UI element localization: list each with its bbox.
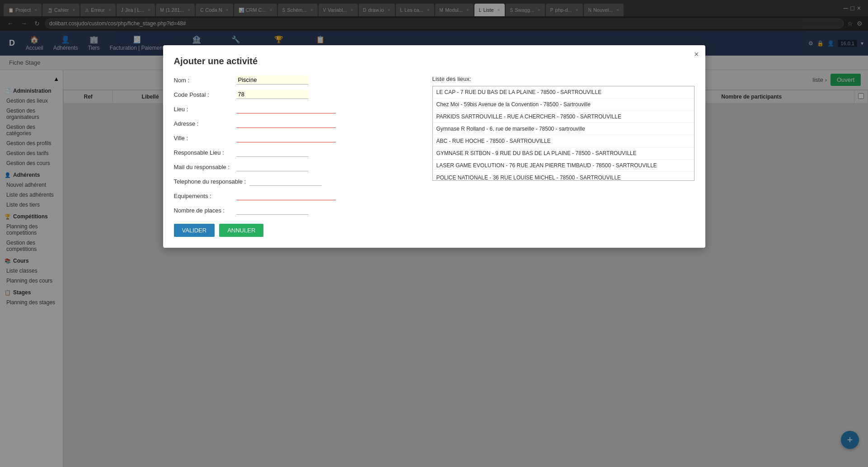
location-item-0[interactable]: LE CAP - 7 RUE DU BAS DE LA PLAINE - 785… — [433, 86, 694, 99]
form-label-1: Code Postal : — [174, 91, 233, 98]
modal: × Ajouter une activité Nom :Code Postal … — [163, 45, 705, 248]
location-item-4[interactable]: ABC - RUE HOCHE - 78500 - SARTROUVILLE — [433, 135, 694, 147]
annuler-button[interactable]: ANNULER — [219, 224, 263, 237]
form-row-4: Ville : — [174, 133, 419, 142]
form-input-1[interactable] — [236, 90, 309, 99]
location-item-1[interactable]: Chez Moi - 59bis Avenue de la Convention… — [433, 99, 694, 111]
form-row-0: Nom : — [174, 75, 419, 85]
form-row-6: Mail du responsable : — [174, 162, 419, 171]
valider-button[interactable]: VALIDER — [174, 224, 215, 237]
modal-title: Ajouter une activité — [174, 56, 694, 66]
form-label-3: Adresse : — [174, 120, 233, 127]
form-row-8: Equipements : — [174, 191, 419, 200]
form-input-2[interactable] — [236, 104, 336, 113]
form-label-0: Nom : — [174, 77, 233, 84]
form-input-7[interactable] — [249, 177, 322, 186]
list-section-title: Liste des lieux: — [432, 75, 694, 82]
form-label-7: Telephone du responsable : — [174, 178, 246, 185]
location-item-2[interactable]: PARKIDS SARTROUVILLE - RUE A CHERCHER - … — [433, 111, 694, 123]
location-item-3[interactable]: Gymnase R Rolland - 6, rue de marseille … — [433, 123, 694, 135]
form-input-3[interactable] — [236, 119, 336, 128]
form-row-7: Telephone du responsable : — [174, 177, 419, 186]
form-input-8[interactable] — [236, 191, 336, 200]
form-row-2: Lieu : — [174, 104, 419, 113]
form-label-8: Equipements : — [174, 193, 233, 199]
form-input-9[interactable] — [236, 206, 309, 215]
form-row-3: Adresse : — [174, 119, 419, 128]
form-label-5: Responsable Lieu : — [174, 149, 233, 156]
modal-body: Nom :Code Postal :Lieu :Adresse :Ville :… — [174, 75, 694, 237]
form-row-9: Nombre de places : — [174, 206, 419, 215]
form-label-4: Ville : — [174, 135, 233, 142]
location-listbox[interactable]: LE CAP - 7 RUE DU BAS DE LA PLAINE - 785… — [432, 86, 694, 181]
modal-close-button[interactable]: × — [694, 50, 699, 59]
form-label-9: Nombre de places : — [174, 207, 233, 214]
form-input-4[interactable] — [236, 133, 336, 142]
modal-list-section: Liste des lieux: LE CAP - 7 RUE DU BAS D… — [432, 75, 694, 237]
modal-form: Nom :Code Postal :Lieu :Adresse :Ville :… — [174, 75, 419, 237]
form-input-6[interactable] — [236, 162, 309, 171]
form-input-0[interactable] — [236, 75, 309, 85]
modal-overlay: × Ajouter une activité Nom :Code Postal … — [0, 0, 868, 467]
form-input-5[interactable] — [236, 148, 309, 157]
location-item-7[interactable]: POLICE NATIONALE - 36 RUE LOUISE MICHEL … — [433, 172, 694, 181]
location-item-6[interactable]: LASER GAME EVOLUTION - 76 RUE JEAN PIERR… — [433, 160, 694, 172]
modal-actions: VALIDER ANNULER — [174, 224, 419, 237]
form-row-1: Code Postal : — [174, 90, 419, 99]
location-item-5[interactable]: GYMNASE R SITBON - 9 RUE DU BAS DE LA PL… — [433, 147, 694, 160]
form-label-6: Mail du responsable : — [174, 164, 233, 170]
form-row-5: Responsable Lieu : — [174, 148, 419, 157]
form-label-2: Lieu : — [174, 106, 233, 113]
